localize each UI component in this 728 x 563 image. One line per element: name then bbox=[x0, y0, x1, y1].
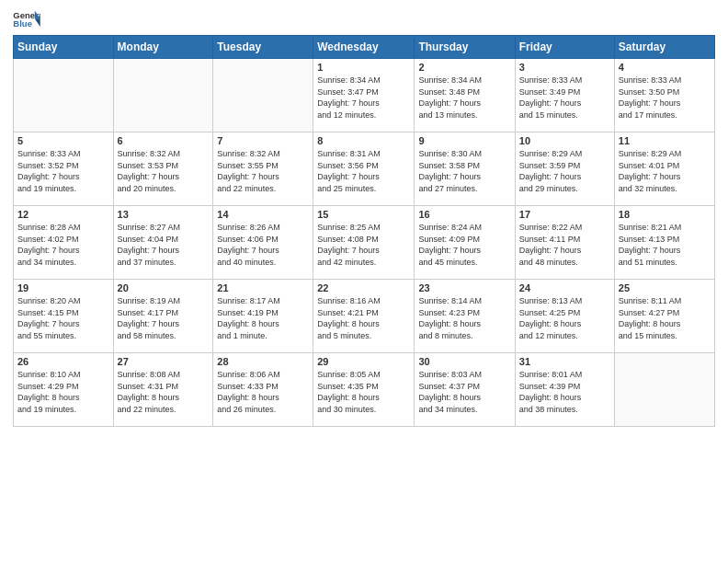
day-info: Sunrise: 8:33 AM Sunset: 3:49 PM Dayligh… bbox=[519, 75, 610, 121]
day-info: Sunrise: 8:32 AM Sunset: 3:53 PM Dayligh… bbox=[118, 148, 210, 194]
calendar-cell: 13Sunrise: 8:27 AM Sunset: 4:04 PM Dayli… bbox=[113, 206, 213, 280]
day-number: 13 bbox=[118, 209, 210, 220]
calendar-cell: 26Sunrise: 8:10 AM Sunset: 4:29 PM Dayli… bbox=[14, 353, 114, 427]
calendar-cell: 14Sunrise: 8:26 AM Sunset: 4:06 PM Dayli… bbox=[213, 206, 313, 280]
calendar-week-row: 19Sunrise: 8:20 AM Sunset: 4:15 PM Dayli… bbox=[14, 280, 715, 353]
calendar-cell bbox=[614, 353, 714, 427]
calendar-cell: 28Sunrise: 8:06 AM Sunset: 4:33 PM Dayli… bbox=[213, 353, 313, 427]
day-info: Sunrise: 8:10 AM Sunset: 4:29 PM Dayligh… bbox=[17, 369, 109, 415]
day-number: 12 bbox=[17, 209, 109, 220]
day-info: Sunrise: 8:31 AM Sunset: 3:56 PM Dayligh… bbox=[317, 148, 410, 194]
day-info: Sunrise: 8:17 AM Sunset: 4:19 PM Dayligh… bbox=[217, 295, 309, 341]
logo: General Blue bbox=[13, 9, 40, 29]
day-number: 5 bbox=[17, 135, 109, 146]
weekday-header-wednesday: Wednesday bbox=[313, 36, 415, 59]
weekday-header-saturday: Saturday bbox=[614, 36, 714, 59]
svg-marker-3 bbox=[35, 18, 40, 27]
day-info: Sunrise: 8:05 AM Sunset: 4:35 PM Dayligh… bbox=[317, 369, 410, 415]
day-number: 21 bbox=[217, 282, 309, 293]
calendar-cell: 7Sunrise: 8:32 AM Sunset: 3:55 PM Daylig… bbox=[213, 132, 313, 206]
day-number: 31 bbox=[519, 356, 610, 367]
weekday-header-tuesday: Tuesday bbox=[213, 36, 313, 59]
day-info: Sunrise: 8:26 AM Sunset: 4:06 PM Dayligh… bbox=[217, 222, 309, 268]
day-number: 4 bbox=[619, 62, 711, 73]
calendar-cell: 22Sunrise: 8:16 AM Sunset: 4:21 PM Dayli… bbox=[313, 280, 415, 353]
day-number: 6 bbox=[118, 135, 210, 146]
calendar-cell: 17Sunrise: 8:22 AM Sunset: 4:11 PM Dayli… bbox=[515, 206, 614, 280]
calendar-cell: 21Sunrise: 8:17 AM Sunset: 4:19 PM Dayli… bbox=[213, 280, 313, 353]
day-number: 2 bbox=[418, 62, 510, 73]
logo-icon: General Blue bbox=[13, 9, 40, 29]
day-info: Sunrise: 8:22 AM Sunset: 4:11 PM Dayligh… bbox=[519, 222, 610, 268]
day-number: 20 bbox=[118, 282, 210, 293]
calendar-cell: 9Sunrise: 8:30 AM Sunset: 3:58 PM Daylig… bbox=[415, 132, 515, 206]
calendar-cell: 27Sunrise: 8:08 AM Sunset: 4:31 PM Dayli… bbox=[113, 353, 213, 427]
calendar-cell: 8Sunrise: 8:31 AM Sunset: 3:56 PM Daylig… bbox=[313, 132, 415, 206]
calendar-cell: 5Sunrise: 8:33 AM Sunset: 3:52 PM Daylig… bbox=[14, 132, 114, 206]
day-number: 24 bbox=[519, 282, 610, 293]
calendar-cell: 16Sunrise: 8:24 AM Sunset: 4:09 PM Dayli… bbox=[415, 206, 515, 280]
calendar-cell: 23Sunrise: 8:14 AM Sunset: 4:23 PM Dayli… bbox=[415, 280, 515, 353]
day-number: 18 bbox=[619, 209, 711, 220]
day-number: 22 bbox=[317, 282, 410, 293]
day-info: Sunrise: 8:03 AM Sunset: 4:37 PM Dayligh… bbox=[418, 369, 510, 415]
day-number: 26 bbox=[17, 356, 109, 367]
calendar-cell: 11Sunrise: 8:29 AM Sunset: 4:01 PM Dayli… bbox=[614, 132, 714, 206]
day-info: Sunrise: 8:34 AM Sunset: 3:47 PM Dayligh… bbox=[317, 75, 410, 121]
day-number: 8 bbox=[317, 135, 410, 146]
calendar-week-row: 26Sunrise: 8:10 AM Sunset: 4:29 PM Dayli… bbox=[14, 353, 715, 427]
calendar-cell: 29Sunrise: 8:05 AM Sunset: 4:35 PM Dayli… bbox=[313, 353, 415, 427]
day-info: Sunrise: 8:13 AM Sunset: 4:25 PM Dayligh… bbox=[519, 295, 610, 341]
day-info: Sunrise: 8:25 AM Sunset: 4:08 PM Dayligh… bbox=[317, 222, 410, 268]
day-info: Sunrise: 8:01 AM Sunset: 4:39 PM Dayligh… bbox=[519, 369, 610, 415]
day-info: Sunrise: 8:16 AM Sunset: 4:21 PM Dayligh… bbox=[317, 295, 410, 341]
day-number: 29 bbox=[317, 356, 410, 367]
day-number: 10 bbox=[519, 135, 610, 146]
calendar-cell: 31Sunrise: 8:01 AM Sunset: 4:39 PM Dayli… bbox=[515, 353, 614, 427]
calendar-cell: 24Sunrise: 8:13 AM Sunset: 4:25 PM Dayli… bbox=[515, 280, 614, 353]
calendar-cell: 3Sunrise: 8:33 AM Sunset: 3:49 PM Daylig… bbox=[515, 59, 614, 132]
weekday-header-row: SundayMondayTuesdayWednesdayThursdayFrid… bbox=[14, 36, 715, 59]
day-info: Sunrise: 8:33 AM Sunset: 3:50 PM Dayligh… bbox=[619, 75, 711, 121]
day-info: Sunrise: 8:29 AM Sunset: 3:59 PM Dayligh… bbox=[519, 148, 610, 194]
day-number: 30 bbox=[418, 356, 510, 367]
calendar-table: SundayMondayTuesdayWednesdayThursdayFrid… bbox=[13, 35, 715, 427]
day-number: 28 bbox=[217, 356, 309, 367]
day-info: Sunrise: 8:29 AM Sunset: 4:01 PM Dayligh… bbox=[619, 148, 711, 194]
day-info: Sunrise: 8:33 AM Sunset: 3:52 PM Dayligh… bbox=[17, 148, 109, 194]
day-number: 3 bbox=[519, 62, 610, 73]
day-info: Sunrise: 8:11 AM Sunset: 4:27 PM Dayligh… bbox=[619, 295, 711, 341]
day-number: 19 bbox=[17, 282, 109, 293]
calendar-cell: 2Sunrise: 8:34 AM Sunset: 3:48 PM Daylig… bbox=[415, 59, 515, 132]
day-info: Sunrise: 8:27 AM Sunset: 4:04 PM Dayligh… bbox=[118, 222, 210, 268]
calendar-cell: 4Sunrise: 8:33 AM Sunset: 3:50 PM Daylig… bbox=[614, 59, 714, 132]
day-number: 25 bbox=[619, 282, 711, 293]
calendar-cell: 12Sunrise: 8:28 AM Sunset: 4:02 PM Dayli… bbox=[14, 206, 114, 280]
calendar-cell: 6Sunrise: 8:32 AM Sunset: 3:53 PM Daylig… bbox=[113, 132, 213, 206]
calendar-cell bbox=[213, 59, 313, 132]
calendar-cell: 10Sunrise: 8:29 AM Sunset: 3:59 PM Dayli… bbox=[515, 132, 614, 206]
day-number: 23 bbox=[418, 282, 510, 293]
day-info: Sunrise: 8:28 AM Sunset: 4:02 PM Dayligh… bbox=[17, 222, 109, 268]
day-info: Sunrise: 8:20 AM Sunset: 4:15 PM Dayligh… bbox=[17, 295, 109, 341]
day-info: Sunrise: 8:32 AM Sunset: 3:55 PM Dayligh… bbox=[217, 148, 309, 194]
day-info: Sunrise: 8:34 AM Sunset: 3:48 PM Dayligh… bbox=[418, 75, 510, 121]
calendar-week-row: 1Sunrise: 8:34 AM Sunset: 3:47 PM Daylig… bbox=[14, 59, 715, 132]
day-number: 15 bbox=[317, 209, 410, 220]
page-container: General Blue SundayMondayTuesdayWednesda… bbox=[0, 0, 728, 436]
day-info: Sunrise: 8:08 AM Sunset: 4:31 PM Dayligh… bbox=[118, 369, 210, 415]
weekday-header-thursday: Thursday bbox=[415, 36, 515, 59]
day-info: Sunrise: 8:19 AM Sunset: 4:17 PM Dayligh… bbox=[118, 295, 210, 341]
calendar-cell: 1Sunrise: 8:34 AM Sunset: 3:47 PM Daylig… bbox=[313, 59, 415, 132]
day-number: 7 bbox=[217, 135, 309, 146]
weekday-header-sunday: Sunday bbox=[14, 36, 114, 59]
day-number: 14 bbox=[217, 209, 309, 220]
calendar-cell: 30Sunrise: 8:03 AM Sunset: 4:37 PM Dayli… bbox=[415, 353, 515, 427]
calendar-cell bbox=[113, 59, 213, 132]
day-number: 11 bbox=[619, 135, 711, 146]
calendar-week-row: 12Sunrise: 8:28 AM Sunset: 4:02 PM Dayli… bbox=[14, 206, 715, 280]
calendar-cell bbox=[14, 59, 114, 132]
calendar-cell: 25Sunrise: 8:11 AM Sunset: 4:27 PM Dayli… bbox=[614, 280, 714, 353]
header: General Blue bbox=[13, 9, 715, 29]
calendar-week-row: 5Sunrise: 8:33 AM Sunset: 3:52 PM Daylig… bbox=[14, 132, 715, 206]
